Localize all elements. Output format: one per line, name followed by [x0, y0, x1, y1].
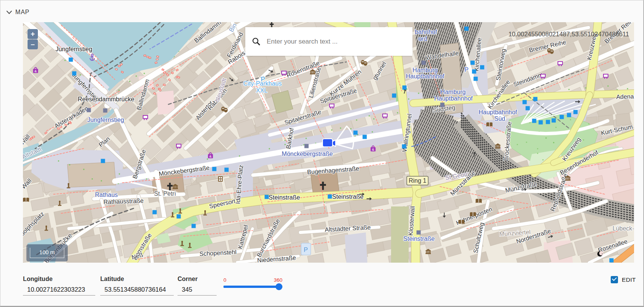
svg-text:Hamburg: Hamburg — [412, 67, 438, 73]
svg-text:&: & — [209, 154, 212, 158]
svg-text:Steinstraße: Steinstraße — [269, 194, 300, 201]
svg-text:Ring 1: Ring 1 — [409, 177, 426, 184]
svg-text:bahnhof: bahnhof — [415, 29, 437, 35]
svg-text:Süd: Süd — [494, 115, 505, 122]
svg-text:Jungfernstieg: Jungfernstieg — [55, 46, 92, 52]
svg-text:Lübeck-H: Lübeck-H — [613, 225, 634, 232]
svg-text:&: & — [34, 69, 37, 73]
svg-text:ord: ord — [418, 36, 427, 42]
svg-text:Hauptbahnhof: Hauptbahnhof — [434, 95, 473, 102]
svg-text:Steinstraße: Steinstraße — [403, 236, 435, 242]
svg-text:Adenau: Adenau — [616, 93, 634, 100]
svg-text:Rathaus: Rathaus — [95, 192, 118, 198]
svg-text:Hauptbahnhof: Hauptbahnhof — [479, 109, 517, 115]
svg-text:Jungfernstieg: Jungfernstieg — [87, 117, 124, 123]
svg-text:XXL: XXL — [256, 87, 267, 94]
svg-text:P: P — [465, 67, 469, 73]
svg-text:P: P — [304, 247, 308, 253]
svg-text:&: & — [372, 148, 374, 151]
svg-text:Steinstraße: Steinstraße — [332, 193, 364, 200]
svg-text:Hauptbahnhof: Hauptbahnhof — [406, 73, 445, 80]
svg-text:P: P — [261, 76, 265, 83]
svg-text:St. Petri: St. Petri — [154, 190, 176, 197]
svg-text:Mönckebergstraße: Mönckebergstraße — [282, 151, 333, 157]
svg-text:Reesendammbrücke: Reesendammbrücke — [78, 96, 134, 102]
svg-text:Hamburg: Hamburg — [440, 89, 466, 95]
